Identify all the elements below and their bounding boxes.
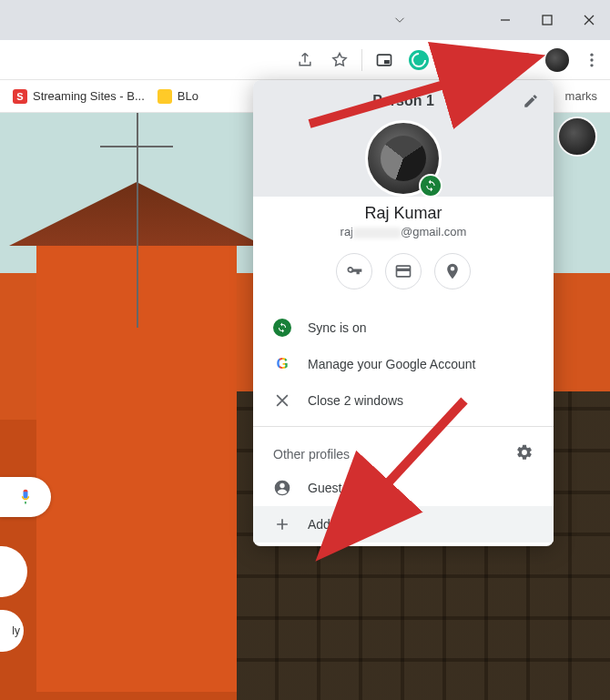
window-titlebar [0, 0, 610, 40]
profile-name: Raj Kumar [253, 204, 554, 223]
plus-icon [273, 515, 291, 533]
svg-point-7 [590, 64, 593, 66]
bookmark-folder-icon [158, 89, 172, 104]
popup-header: Person 1 [253, 80, 554, 197]
page-account-avatar[interactable] [557, 117, 597, 157]
payment-methods-button[interactable] [385, 253, 422, 289]
close-x-icon [273, 391, 291, 410]
profile-title: Person 1 [266, 93, 541, 109]
browser-toolbar [0, 40, 610, 80]
svg-point-5 [590, 53, 593, 56]
passwords-button[interactable] [336, 253, 372, 289]
bookmark-label: BLo [178, 89, 198, 103]
bookmark-streaming[interactable]: Streaming Sites - B... [13, 89, 145, 104]
guest-label: Guest [308, 481, 341, 495]
other-bookmarks-label[interactable]: marks [565, 89, 597, 103]
google-g-icon: G [273, 355, 291, 373]
manage-account-row[interactable]: G Manage your Google Account [253, 346, 554, 382]
guest-profile-row[interactable]: Guest [253, 470, 554, 506]
bookmark-label: Streaming Sites - B... [33, 89, 145, 103]
profile-popup: Person 1 Raj Kumar raj@gmail.com [253, 80, 554, 546]
divider [253, 426, 554, 427]
bookmark-star-icon[interactable] [327, 47, 352, 73]
edit-profile-button[interactable] [523, 93, 539, 112]
chrome-menu-icon[interactable] [579, 47, 605, 73]
svg-rect-2 [384, 60, 390, 64]
share-icon[interactable] [292, 47, 318, 73]
extensions-puzzle-icon[interactable] [441, 47, 466, 73]
profile-email: raj@gmail.com [253, 225, 554, 238]
svg-point-6 [590, 58, 593, 61]
add-label: Add [308, 517, 330, 532]
sync-label: Sync is on [308, 320, 367, 335]
profile-avatar-button[interactable] [544, 47, 570, 73]
close-windows-row[interactable]: Close 2 windows [253, 382, 554, 419]
grammarly-extension-icon[interactable] [406, 47, 432, 73]
addresses-button[interactable] [434, 253, 471, 289]
minimize-button[interactable] [484, 5, 526, 35]
other-profiles-label: Other profiles [273, 447, 350, 462]
svg-point-9 [280, 483, 284, 488]
sync-on-icon [273, 319, 291, 337]
sync-row[interactable]: Sync is on [253, 309, 554, 346]
maximize-button[interactable] [526, 5, 568, 35]
sync-badge-icon [419, 174, 442, 198]
bookmark-favicon-icon [13, 89, 27, 104]
voice-search-button[interactable] [0, 477, 51, 517]
close-window-button[interactable] [568, 5, 610, 35]
profile-menu: Sync is on G Manage your Google Account … [253, 306, 554, 546]
svg-rect-4 [516, 54, 530, 66]
manage-profiles-gear-icon[interactable] [515, 443, 534, 464]
svg-rect-0 [543, 15, 552, 25]
guest-person-icon [273, 479, 291, 497]
other-profiles-header: Other profiles [253, 434, 554, 470]
quick-actions-row [253, 238, 554, 306]
pip-extension-icon[interactable] [371, 47, 397, 73]
separator [361, 49, 362, 71]
manage-account-label: Manage your Google Account [308, 357, 475, 371]
close-windows-label: Close 2 windows [308, 393, 403, 408]
bookmark-blo[interactable]: BLo [158, 89, 198, 104]
email-redacted [353, 228, 401, 238]
playlist-extension-icon[interactable] [475, 47, 501, 73]
profile-avatar [365, 120, 442, 197]
tab-search-button[interactable] [391, 0, 408, 40]
side-panel-icon[interactable] [510, 47, 535, 73]
add-profile-row[interactable]: Add [253, 506, 554, 543]
